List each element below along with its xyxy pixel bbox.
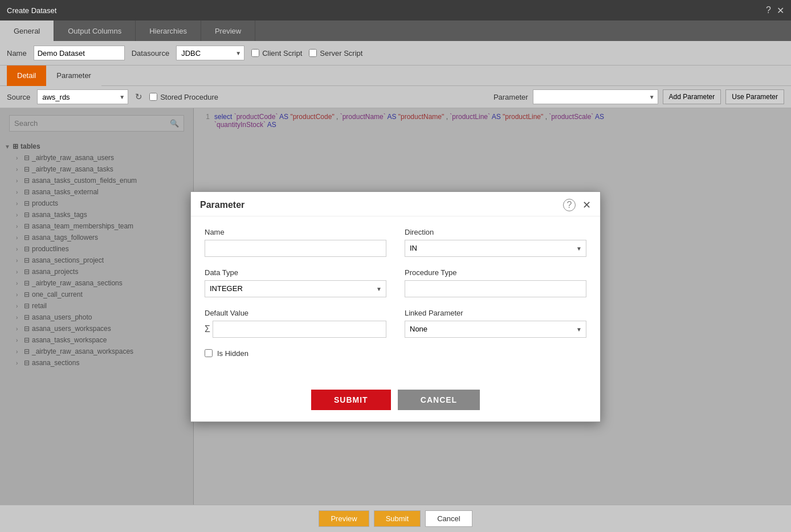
sub-tab-parameter[interactable]: Parameter — [46, 66, 101, 86]
title-bar: Create Dataset ? ✕ — [0, 0, 791, 21]
tab-general[interactable]: General — [0, 21, 54, 41]
dialog-body: Name Direction IN OUT INOUT — [191, 216, 600, 380]
proctype-input[interactable] — [405, 280, 586, 297]
proctype-field-label: Procedure Type — [405, 268, 586, 277]
dialog-datatype-field: Data Type INTEGER STRING BOOLEAN FLOAT D… — [205, 268, 386, 297]
linked-parameter-select[interactable]: None — [405, 321, 586, 338]
dialog-actions: SUBMIT CANCEL — [191, 380, 600, 421]
direction-field-label: Direction — [405, 228, 586, 236]
dialog-proctype-field: Procedure Type — [405, 268, 586, 297]
server-script-checkbox-label[interactable]: Server Script — [309, 49, 362, 58]
datatype-field-label: Data Type — [205, 268, 386, 277]
tab-preview[interactable]: Preview — [201, 21, 255, 41]
dialog-header-actions: ? ✕ — [563, 199, 591, 211]
tab-output-columns[interactable]: Output Columns — [54, 21, 136, 41]
dialog-direction-field: Direction IN OUT INOUT ▼ — [405, 228, 586, 257]
preview-button[interactable]: Preview — [319, 510, 369, 527]
dialog-close-icon[interactable]: ✕ — [582, 199, 591, 211]
name-input[interactable] — [34, 46, 125, 60]
source-row: Source aws_rds ▼ ↻ Stored Procedure Para… — [0, 86, 791, 108]
direction-select[interactable]: IN OUT INOUT — [405, 240, 586, 257]
window-title: Create Dataset — [7, 6, 766, 15]
is-hidden-checkbox[interactable] — [205, 349, 213, 357]
bottom-bar: Preview Submit Cancel — [0, 505, 791, 532]
default-value-input[interactable] — [213, 321, 386, 338]
parameter-select[interactable] — [533, 89, 658, 104]
name-field-label: Name — [205, 228, 386, 236]
toolbar-row: Name Datasource JDBC ▼ Client Script Ser… — [0, 41, 791, 66]
source-select[interactable]: aws_rds — [37, 89, 128, 104]
sigma-wrap: Σ — [205, 321, 386, 338]
client-script-checkbox-label[interactable]: Client Script — [251, 49, 302, 58]
datatype-select-wrap: INTEGER STRING BOOLEAN FLOAT DATE TIMEST… — [205, 280, 386, 297]
use-parameter-button[interactable]: Use Parameter — [725, 89, 784, 104]
stored-procedure-checkbox[interactable] — [149, 93, 157, 101]
add-parameter-button[interactable]: Add Parameter — [663, 89, 721, 104]
cancel-button[interactable]: Cancel — [425, 510, 472, 527]
datasource-select[interactable]: JDBC — [176, 46, 244, 60]
datatype-select[interactable]: INTEGER STRING BOOLEAN FLOAT DATE TIMEST… — [205, 280, 386, 297]
name-field-input[interactable] — [205, 240, 386, 257]
help-icon[interactable]: ? — [766, 5, 771, 15]
sigma-icon: Σ — [205, 324, 210, 334]
dialog-header: Parameter ? ✕ — [191, 192, 600, 216]
dialog-row-default-linked: Default Value Σ Linked Parameter None — [205, 309, 586, 338]
stored-procedure-label[interactable]: Stored Procedure — [149, 93, 218, 101]
sub-tab-row: Detail Parameter — [0, 66, 791, 86]
tab-hierarchies[interactable]: Hierarchies — [136, 21, 201, 41]
direction-select-wrap: IN OUT INOUT ▼ — [405, 240, 586, 257]
dialog-help-icon[interactable]: ? — [563, 199, 576, 211]
dialog-submit-button[interactable]: SUBMIT — [311, 390, 391, 410]
submit-button[interactable]: Submit — [374, 510, 421, 527]
name-label: Name — [7, 49, 27, 58]
dialog-default-field: Default Value Σ — [205, 309, 386, 338]
sub-tab-detail[interactable]: Detail — [7, 66, 46, 86]
is-hidden-row: Is Hidden — [205, 349, 586, 358]
parameter-dialog: Parameter ? ✕ Name Dir — [190, 191, 601, 422]
close-icon[interactable]: ✕ — [777, 5, 784, 16]
source-label: Source — [7, 93, 30, 101]
is-hidden-label: Is Hidden — [217, 349, 248, 358]
dialog-row-datatype-proctype: Data Type INTEGER STRING BOOLEAN FLOAT D… — [205, 268, 586, 297]
parameter-label: Parameter — [494, 93, 528, 101]
client-script-checkbox[interactable] — [251, 49, 259, 57]
dialog-linked-field: Linked Parameter None ▼ — [405, 309, 586, 338]
datasource-label: Datasource — [132, 49, 169, 58]
dialog-row-name-direction: Name Direction IN OUT INOUT — [205, 228, 586, 257]
modal-overlay: Parameter ? ✕ Name Dir — [0, 108, 791, 505]
dialog-title: Parameter — [200, 200, 244, 210]
server-script-checkbox[interactable] — [309, 49, 317, 57]
linked-select-wrap: None ▼ — [405, 321, 586, 338]
refresh-button[interactable]: ↻ — [135, 92, 142, 102]
content-area: 🔍 ▼ ⊞ tables › ⊟ _airbyte_raw_asana_user… — [0, 108, 791, 505]
dialog-cancel-button[interactable]: CANCEL — [398, 390, 480, 410]
tab-bar: General Output Columns Hierarchies Previ… — [0, 21, 791, 41]
dialog-name-field: Name — [205, 228, 386, 257]
default-value-label: Default Value — [205, 309, 386, 317]
linked-parameter-label: Linked Parameter — [405, 309, 586, 317]
